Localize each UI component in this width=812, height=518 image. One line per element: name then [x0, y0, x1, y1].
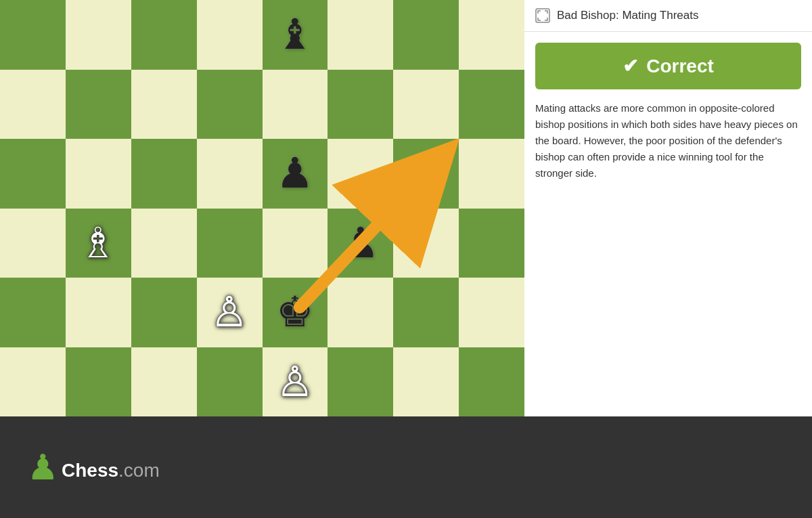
content-area: ♝♟♗♟♙♚♙ Bad Bishop:	[0, 0, 812, 416]
main-container: ♝♟♗♟♙♚♙ Bad Bishop:	[0, 0, 812, 518]
cell-5-7	[459, 347, 524, 417]
cell-0-1	[66, 0, 131, 70]
correct-label: Correct	[646, 56, 714, 77]
cell-3-6	[393, 209, 459, 278]
cell-1-7	[459, 70, 524, 139]
cell-2-4: ♟	[263, 139, 328, 209]
cell-3-7	[459, 209, 524, 278]
cell-5-4: ♙	[263, 347, 328, 417]
cell-5-2	[131, 347, 197, 417]
logo-suffix: .com	[118, 460, 160, 481]
chess-board-wrapper: ♝♟♗♟♙♚♙	[0, 0, 524, 416]
logo-container: ♟ Chess.com	[27, 447, 160, 488]
black-pawn: ♟	[276, 152, 314, 194]
black-pawn: ♟	[342, 222, 380, 264]
cell-2-3	[197, 139, 263, 209]
cell-5-6	[393, 347, 459, 417]
cell-4-1	[66, 278, 131, 347]
cell-1-3	[197, 70, 263, 139]
cell-2-7	[459, 139, 524, 209]
cell-4-7	[459, 278, 524, 347]
black-king: ♚	[276, 291, 314, 333]
chess-board: ♝♟♗♟♙♚♙	[0, 0, 524, 416]
cell-4-2	[131, 278, 197, 347]
correct-banner: ✔ Correct	[535, 43, 801, 89]
cell-0-2	[131, 0, 197, 70]
cell-3-4	[263, 209, 328, 278]
cell-1-4	[263, 70, 328, 139]
cell-2-5	[328, 139, 393, 209]
cell-3-1: ♗	[66, 209, 131, 278]
cell-0-6	[393, 0, 459, 70]
cell-5-0	[0, 347, 66, 417]
cell-2-1	[66, 139, 131, 209]
white-pawn: ♙	[210, 291, 248, 333]
right-panel: Bad Bishop: Mating Threats ✔ Correct Mat…	[524, 0, 812, 416]
cell-1-1	[66, 70, 131, 139]
logo-text: Chess.com	[62, 451, 160, 483]
cell-2-2	[131, 139, 197, 209]
panel-header: Bad Bishop: Mating Threats	[524, 0, 812, 32]
white-bishop: ♗	[79, 222, 117, 264]
cell-4-3: ♙	[197, 278, 263, 347]
cell-5-1	[66, 347, 131, 417]
cell-2-6	[393, 139, 459, 209]
cell-0-5	[328, 0, 393, 70]
cell-4-0	[0, 278, 66, 347]
cell-2-0	[0, 139, 66, 209]
cell-5-3	[197, 347, 263, 417]
black-bishop: ♝	[276, 14, 314, 56]
cell-4-5	[328, 278, 393, 347]
cell-5-5	[328, 347, 393, 417]
cell-1-5	[328, 70, 393, 139]
panel-title: Bad Bishop: Mating Threats	[557, 9, 698, 22]
cell-4-6	[393, 278, 459, 347]
logo-chess-text: Chess	[62, 460, 118, 481]
cell-3-5: ♟	[328, 209, 393, 278]
logo-pawn-icon: ♟	[27, 447, 59, 488]
cell-3-3	[197, 209, 263, 278]
cell-3-2	[131, 209, 197, 278]
cell-4-4: ♚	[263, 278, 328, 347]
white-pawn: ♙	[276, 361, 314, 403]
cell-3-0	[0, 209, 66, 278]
cell-0-0	[0, 0, 66, 70]
cell-1-0	[0, 70, 66, 139]
expand-icon[interactable]	[535, 8, 550, 23]
cell-0-4: ♝	[263, 0, 328, 70]
cell-0-7	[459, 0, 524, 70]
footer: ♟ Chess.com	[0, 416, 812, 518]
cell-1-2	[131, 70, 197, 139]
cell-0-3	[197, 0, 263, 70]
cell-1-6	[393, 70, 459, 139]
explanation-text: Mating attacks are more common in opposi…	[524, 100, 812, 192]
checkmark-icon: ✔	[623, 55, 638, 77]
